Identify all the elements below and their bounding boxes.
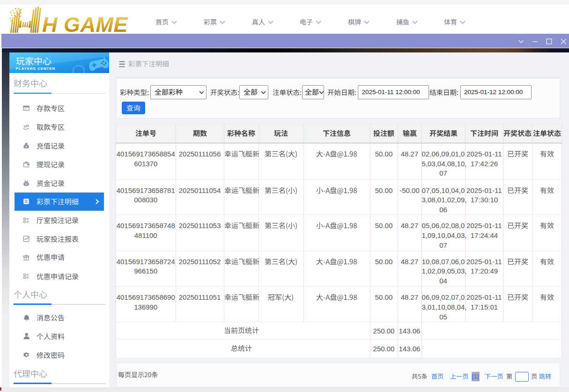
svg-text:H GAME: H GAME [42,13,128,33]
svg-text:¥: ¥ [25,145,27,148]
